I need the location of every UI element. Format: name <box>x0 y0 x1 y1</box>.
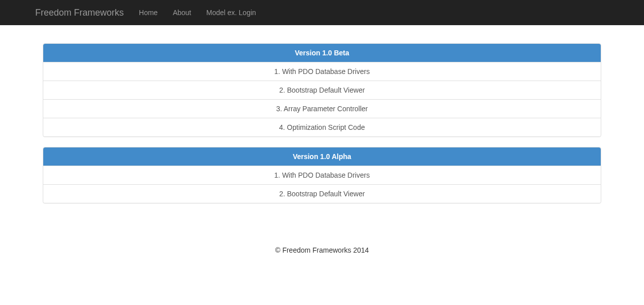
list-item: 3. Array Parameter Controller <box>43 99 601 118</box>
list-item: 1. With PDO Database Drivers <box>43 166 601 184</box>
nav-link-about[interactable]: About <box>165 0 199 25</box>
list-item: 2. Bootstrap Default Viewer <box>43 81 601 99</box>
panel-heading: Version 1.0 Alpha <box>43 147 601 166</box>
nav-link-home[interactable]: Home <box>131 0 165 25</box>
panel-heading: Version 1.0 Beta <box>43 44 601 62</box>
panel-version-beta: Version 1.0 Beta 1. With PDO Database Dr… <box>43 43 601 137</box>
navbar: Freedom Frameworks Home About Model ex. … <box>0 0 644 25</box>
navbar-brand[interactable]: Freedom Frameworks <box>35 0 131 25</box>
list-item: 2. Bootstrap Default Viewer <box>43 184 601 203</box>
list-item: 1. With PDO Database Drivers <box>43 62 601 81</box>
feature-list: 1. With PDO Database Drivers 2. Bootstra… <box>43 62 601 136</box>
footer-text: © Freedom Frameworks 2014 <box>35 246 609 254</box>
list-item: 4. Optimization Script Code <box>43 118 601 136</box>
feature-list: 1. With PDO Database Drivers 2. Bootstra… <box>43 166 601 203</box>
panel-version-alpha: Version 1.0 Alpha 1. With PDO Database D… <box>43 147 601 203</box>
nav-list: Home About Model ex. Login <box>131 0 264 25</box>
nav-link-model-ex-login[interactable]: Model ex. Login <box>199 0 264 25</box>
